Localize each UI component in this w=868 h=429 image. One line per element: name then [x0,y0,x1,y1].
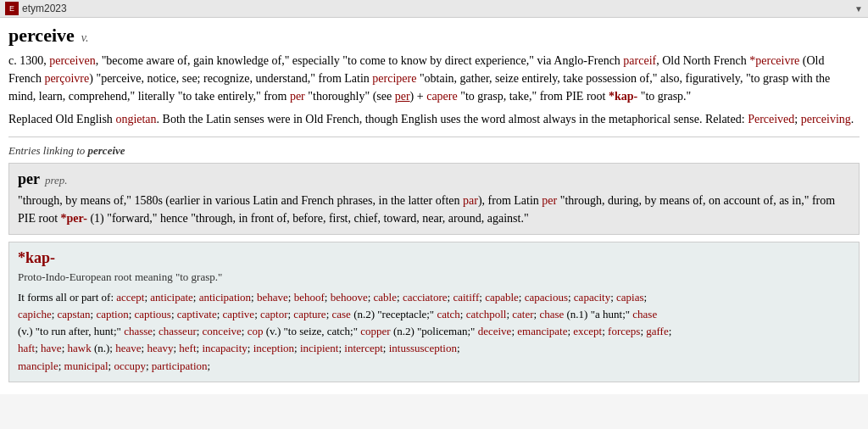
link-capiche[interactable]: capiche [18,308,52,320]
link-hawk[interactable]: hawk [68,342,92,354]
link-haft[interactable]: haft [18,342,35,354]
link-capstan[interactable]: capstan [58,308,91,320]
link-copper[interactable]: copper [360,325,390,337]
link-emancipate[interactable]: emancipate [517,325,567,337]
entries-linking-header: Entries linking to perceive [8,144,860,158]
link-capacity[interactable]: capacity [574,291,610,304]
link-incapacity[interactable]: incapacity [202,342,247,354]
link-kap[interactable]: *kap- [609,90,637,103]
link-except[interactable]: except [573,325,602,337]
link-captor[interactable]: captor [260,308,287,320]
link-captivate[interactable]: captivate [177,308,217,320]
link-capere[interactable]: capere [426,90,458,103]
link-catchpoll[interactable]: catchpoll [466,308,507,320]
link-perceiven[interactable]: perceiven [49,54,95,67]
link-inception[interactable]: inception [253,342,294,354]
dropdown-arrow-icon[interactable]: ▼ [854,4,863,14]
link-heave[interactable]: heave [115,342,141,354]
link-deceive[interactable]: deceive [478,325,512,337]
section-divider [8,136,860,137]
link-case[interactable]: case [332,308,351,320]
link-intercept[interactable]: intercept [344,342,382,354]
main-entry: perceivev. [8,25,860,47]
entry-paragraph-1: c. 1300, perceiven, "become aware of, ga… [8,52,860,105]
link-captious[interactable]: captious [135,308,171,320]
pos: v. [81,31,89,44]
kap-entry-box: *kap- Proto-Indo-European root meaning "… [8,242,860,382]
per-paragraph: "through, by means of," 1580s (earlier i… [18,192,850,227]
link-chase-v[interactable]: chase [632,308,657,320]
kap-headword: *kap- [18,249,850,267]
kap-body: It forms all or part of: accept; anticip… [18,289,850,375]
link-behoove[interactable]: behoove [331,291,368,304]
link-cater[interactable]: cater [512,308,533,320]
link-anticipation[interactable]: anticipation [199,291,251,304]
link-heft[interactable]: heft [179,342,196,354]
link-ongietan[interactable]: ongietan [115,113,156,125]
link-percoivre[interactable]: perçoivre [44,72,89,85]
link-intussusception[interactable]: intussusception [389,342,457,354]
link-behave[interactable]: behave [257,291,288,304]
per-entry-header: perprep. [18,170,850,188]
entry-paragraph-2: Replaced Old English ongietan. Both the … [8,110,860,128]
link-captive[interactable]: captive [223,308,255,320]
link-accept[interactable]: accept [116,291,144,304]
link-have[interactable]: have [41,342,62,354]
link-catch[interactable]: catch [437,308,459,320]
link-caption[interactable]: caption [96,308,128,320]
link-heavy[interactable]: heavy [147,342,173,354]
link-municipal[interactable]: municipal [64,359,108,372]
kap-paragraph: It forms all or part of: accept; anticip… [18,289,850,375]
link-cacciatore[interactable]: cacciatore [403,291,448,304]
link-capias[interactable]: capias [616,291,643,304]
link-anticipate[interactable]: anticipate [150,291,193,304]
per-pos: prep. [45,174,68,187]
link-incipient[interactable]: incipient [300,342,339,354]
link-capacious[interactable]: capacious [525,291,568,304]
entries-linking-word: perceive [88,144,125,157]
link-occupy[interactable]: occupy [114,359,146,372]
main-content: perceivev. c. 1300, perceiven, "become a… [0,18,868,394]
link-chasseur[interactable]: chasseur [159,325,197,337]
link-forceps[interactable]: forceps [608,325,640,337]
app-title: etym2023 [22,3,67,14]
link-caitiff[interactable]: caitiff [453,291,479,304]
title-bar: E etym2023 ▼ [0,0,868,18]
link-per-2[interactable]: per [395,90,410,103]
link-gaffe[interactable]: gaffe [646,325,668,337]
link-manciple[interactable]: manciple [18,359,58,372]
per-body: "through, by means of," 1580s (earlier i… [18,192,850,227]
entry-body: c. 1300, perceiven, "become aware of, ga… [8,52,860,128]
link-perceived[interactable]: Perceived [748,113,794,125]
per-entry-box: perprep. "through, by means of," 1580s (… [8,163,860,235]
link-cable[interactable]: cable [374,291,397,304]
link-participation[interactable]: participation [152,359,208,372]
link-per-latin[interactable]: per [542,194,557,207]
link-capture[interactable]: capture [293,308,326,320]
link-cop[interactable]: cop [248,325,264,337]
link-capable[interactable]: capable [485,291,519,304]
link-conceive[interactable]: conceive [203,325,242,337]
link-perceiving[interactable]: perceiving [801,113,851,125]
per-headword: per [18,170,40,187]
link-perceivre: *perceivre [749,54,799,67]
link-parceif[interactable]: parceif [623,54,656,67]
app-icon: E [5,2,19,15]
entries-linking-label: Entries linking to [8,144,88,157]
link-chase-n1[interactable]: chase [539,308,564,320]
link-percipere[interactable]: percipere [372,72,416,85]
title-bar-left: E etym2023 [5,2,67,15]
link-behoof[interactable]: behoof [294,291,325,304]
link-chasse[interactable]: chasse [124,325,153,337]
link-per-1[interactable]: per [290,90,305,103]
link-per-root[interactable]: *per- [61,212,87,225]
link-par[interactable]: par [463,194,478,207]
headword: perceive [8,25,75,46]
kap-meaning: Proto-Indo-European root meaning "to gra… [18,270,850,284]
